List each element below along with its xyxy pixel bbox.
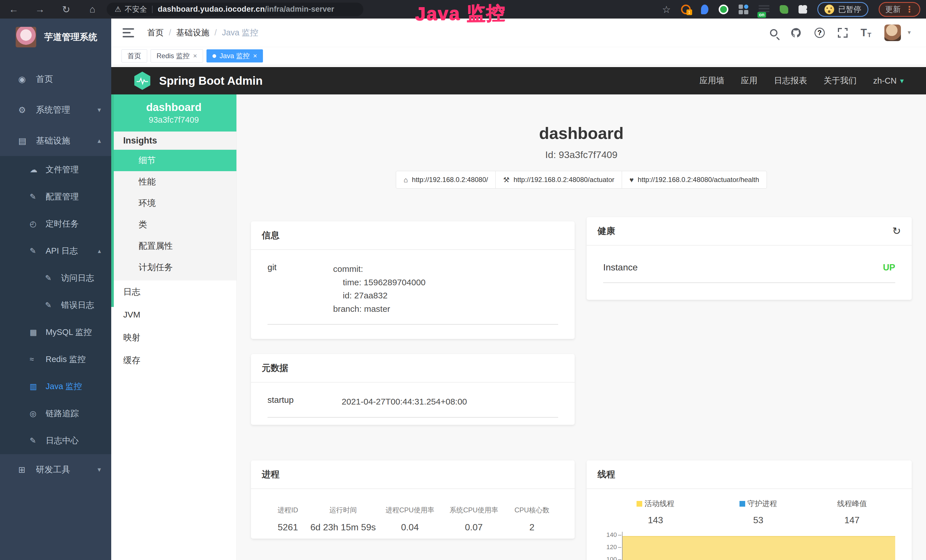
browser-menu-icon[interactable]: ⋮ bbox=[905, 4, 914, 14]
sba-navbar: Spring Boot Admin 应用墙 应用 日志报表 关于我们 zh-CN… bbox=[111, 67, 926, 94]
user-avatar[interactable] bbox=[884, 24, 901, 41]
log-icon: ✎ bbox=[45, 301, 61, 310]
sba-nav-applications[interactable]: 应用 bbox=[741, 75, 758, 86]
sidebar-item-mysql-monitor[interactable]: ▦ MySQL 监控 bbox=[0, 319, 111, 346]
breadcrumb-infrastructure[interactable]: 基础设施 bbox=[176, 27, 209, 38]
sba-nav-journal[interactable]: 日志报表 bbox=[774, 75, 807, 86]
sba-nav-wall[interactable]: 应用墙 bbox=[699, 75, 724, 86]
profile-paused-chip[interactable]: 已暂停 bbox=[817, 2, 869, 17]
tab-java-monitor[interactable]: Java 监控 × bbox=[206, 49, 263, 62]
actuator-url-button[interactable]: ⚒ http://192.168.0.2:48080/actuator bbox=[495, 171, 622, 189]
sba-menu-classes[interactable]: 类 bbox=[111, 214, 236, 235]
history-icon[interactable]: ↺ bbox=[892, 225, 901, 237]
browser-update-button[interactable]: 更新 ⋮ bbox=[879, 2, 920, 17]
sba-menu-environment[interactable]: 环境 bbox=[111, 192, 236, 214]
extension-leaf-icon[interactable] bbox=[780, 5, 788, 14]
active-tab-dot bbox=[212, 54, 216, 58]
sba-menu-jvm[interactable]: JVM bbox=[111, 303, 236, 326]
sidebar-item-error-logs[interactable]: ✎ 错误日志 bbox=[0, 292, 111, 319]
home-icon[interactable]: ⌂ bbox=[87, 4, 98, 15]
profile-emoji-icon bbox=[825, 5, 834, 14]
col-header: CPU核心数 bbox=[506, 506, 558, 515]
extension-orange-icon[interactable]: 1 bbox=[681, 5, 691, 14]
card-title: 信息 bbox=[262, 229, 280, 241]
sba-nav-links: 应用墙 应用 日志报表 关于我们 zh-CN ▾ bbox=[699, 75, 904, 86]
tab-home[interactable]: 首页 bbox=[121, 49, 147, 62]
active-section-indicator bbox=[111, 94, 114, 307]
sba-brand-title[interactable]: Spring Boot Admin bbox=[159, 74, 263, 87]
avatar-caret-icon[interactable]: ▼ bbox=[906, 30, 912, 36]
reload-icon[interactable]: ↻ bbox=[61, 4, 72, 15]
instance-header[interactable]: dashboard 93a3fc7f7409 bbox=[111, 94, 236, 132]
extension-grid-icon[interactable] bbox=[738, 5, 748, 14]
extension-green-icon[interactable] bbox=[719, 5, 728, 14]
app-header: 首页 / 基础设施 / Java 监控 ? T T ▼ bbox=[111, 18, 926, 47]
fullscreen-icon[interactable] bbox=[838, 28, 847, 38]
sba-menu-logs[interactable]: 日志 bbox=[111, 280, 236, 303]
sidebar-item-file-mgmt[interactable]: ☁ 文件管理 bbox=[0, 156, 111, 183]
sidebar-item-java-monitor[interactable]: ▥ Java 监控 bbox=[0, 373, 111, 400]
breadcrumb: 首页 / 基础设施 / Java 监控 bbox=[147, 27, 258, 38]
service-url-button[interactable]: ⌂ http://192.168.0.2:48080/ bbox=[396, 171, 496, 189]
url-host: dashboard.yudao.iocoder.cn bbox=[158, 5, 265, 14]
close-icon[interactable]: × bbox=[193, 52, 197, 60]
sidebar-item-label: 配置管理 bbox=[45, 191, 79, 203]
sidebar-item-infrastructure[interactable]: ▤ 基础设施 ▴ bbox=[0, 125, 111, 156]
sba-menu-details[interactable]: 细节 bbox=[111, 150, 236, 171]
sba-locale-select[interactable]: zh-CN ▾ bbox=[873, 76, 904, 86]
forward-icon[interactable]: → bbox=[34, 4, 45, 15]
extensions-puzzle-icon[interactable] bbox=[799, 5, 807, 14]
sidebar-item-label: 基础设施 bbox=[36, 135, 70, 147]
sidebar-item-label: 研发工具 bbox=[36, 464, 70, 475]
sidebar-item-scheduled-jobs[interactable]: ◴ 定时任务 bbox=[0, 210, 111, 238]
sidebar-item-tracing[interactable]: ◎ 链路追踪 bbox=[0, 400, 111, 427]
sidebar-item-log-center[interactable]: ✎ 日志中心 bbox=[0, 427, 111, 454]
breadcrumb-separator: / bbox=[169, 28, 171, 37]
legend-value: 147 bbox=[803, 515, 900, 525]
actuator-url: http://192.168.0.2:48080/actuator bbox=[514, 176, 614, 184]
legend-label: 守护进程 bbox=[747, 499, 777, 509]
sidebar-item-label: 访问日志 bbox=[61, 272, 94, 284]
extension-pin-icon[interactable] bbox=[701, 5, 708, 14]
sidebar-item-access-logs[interactable]: ✎ 访问日志 bbox=[0, 265, 111, 292]
y-axis-tick: 120 bbox=[598, 543, 617, 551]
live-threads-area-series bbox=[623, 536, 895, 560]
sba-menu-config-props[interactable]: 配置属性 bbox=[111, 235, 236, 257]
instance-name: dashboard bbox=[146, 101, 201, 114]
sidebar-item-system-mgmt[interactable]: ⚙ 系统管理 ▾ bbox=[0, 94, 111, 125]
eye-icon: ◎ bbox=[30, 409, 45, 418]
sidebar-item-label: Redis 监控 bbox=[45, 354, 86, 365]
sidebar-item-home[interactable]: ◉ 首页 bbox=[0, 64, 111, 94]
sidebar-item-redis-monitor[interactable]: ≈ Redis 监控 bbox=[0, 346, 111, 373]
app-title: 芋道管理系统 bbox=[44, 31, 97, 43]
sidebar-item-dev-tools[interactable]: ⊞ 研发工具 ▾ bbox=[0, 454, 111, 485]
sba-menu-mappings[interactable]: 映射 bbox=[111, 326, 236, 349]
github-icon[interactable] bbox=[791, 27, 801, 38]
sba-menu-metrics[interactable]: 性能 bbox=[111, 171, 236, 192]
font-size-small: T bbox=[867, 31, 871, 39]
gear-icon: ⚙ bbox=[18, 105, 36, 115]
sba-nav-about[interactable]: 关于我们 bbox=[824, 75, 857, 86]
font-size-icon[interactable]: T T bbox=[861, 27, 871, 39]
health-url-button[interactable]: ♥ http://192.168.0.2:48080/actuator/heal… bbox=[622, 171, 767, 189]
extension-list-icon[interactable]: on bbox=[759, 5, 769, 14]
app-logo-row[interactable]: 芋道管理系统 bbox=[0, 18, 111, 56]
bookmark-star-icon[interactable]: ☆ bbox=[662, 4, 671, 15]
hamburger-icon[interactable] bbox=[123, 28, 134, 37]
address-bar[interactable]: ⚠ 不安全 dashboard.yudao.iocoder.cn /infra/… bbox=[107, 3, 363, 16]
tab-redis-monitor[interactable]: Redis 监控 × bbox=[151, 49, 203, 62]
back-icon[interactable]: ← bbox=[8, 4, 20, 15]
sba-menu-caches[interactable]: 缓存 bbox=[111, 349, 236, 372]
help-icon[interactable]: ? bbox=[814, 28, 825, 38]
sidebar-item-config-mgmt[interactable]: ✎ 配置管理 bbox=[0, 183, 111, 210]
health-instance-row[interactable]: Instance UP bbox=[603, 258, 895, 283]
breadcrumb-home[interactable]: 首页 bbox=[147, 27, 164, 38]
y-axis-tick: 100 bbox=[598, 556, 617, 560]
search-icon[interactable] bbox=[770, 29, 778, 36]
spring-boot-admin-logo-icon bbox=[133, 71, 151, 90]
close-icon[interactable]: × bbox=[253, 52, 257, 60]
sidebar-item-api-logs[interactable]: ✎ API 日志 ▴ bbox=[0, 238, 111, 265]
sidebar-item-label: 定时任务 bbox=[45, 218, 79, 230]
cell-value: 5261 bbox=[268, 522, 308, 533]
sba-menu-scheduled-tasks[interactable]: 计划任务 bbox=[111, 257, 236, 278]
